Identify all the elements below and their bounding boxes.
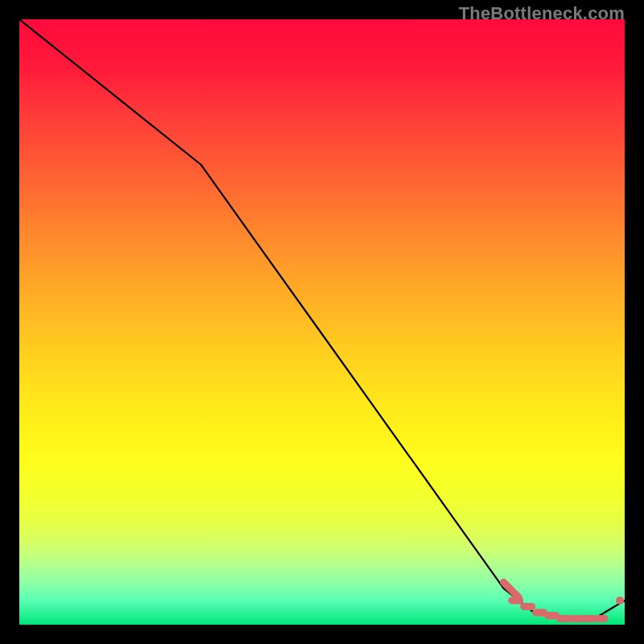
chart-overlay <box>19 19 625 625</box>
svg-point-12 <box>572 615 580 622</box>
svg-point-4 <box>524 603 531 610</box>
svg-point-8 <box>548 612 555 619</box>
svg-point-10 <box>560 615 568 622</box>
recommended-range-markers <box>504 582 605 622</box>
end-point-marker <box>616 597 624 605</box>
bottleneck-curve-line <box>19 19 625 619</box>
svg-point-14 <box>584 615 592 622</box>
watermark-text: TheBottleneck.com <box>459 3 625 24</box>
svg-point-2 <box>512 597 519 604</box>
svg-point-6 <box>536 609 543 616</box>
svg-point-16 <box>597 615 604 622</box>
chart-container: TheBottleneck.com <box>0 0 644 644</box>
plot-area <box>19 19 625 625</box>
